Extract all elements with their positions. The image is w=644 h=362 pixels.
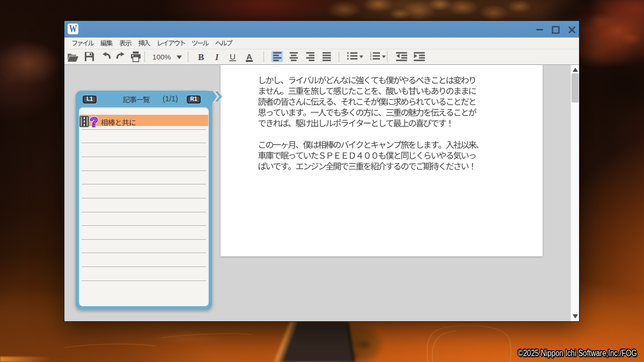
svg-text:?: ? [90,115,98,129]
svg-text:I: I [215,53,219,62]
svg-text:3: 3 [370,57,372,61]
svg-text:100%: 100% [152,53,171,61]
svg-text:B: B [198,52,204,62]
svg-text:A: A [246,52,252,61]
svg-text:U: U [230,52,236,61]
